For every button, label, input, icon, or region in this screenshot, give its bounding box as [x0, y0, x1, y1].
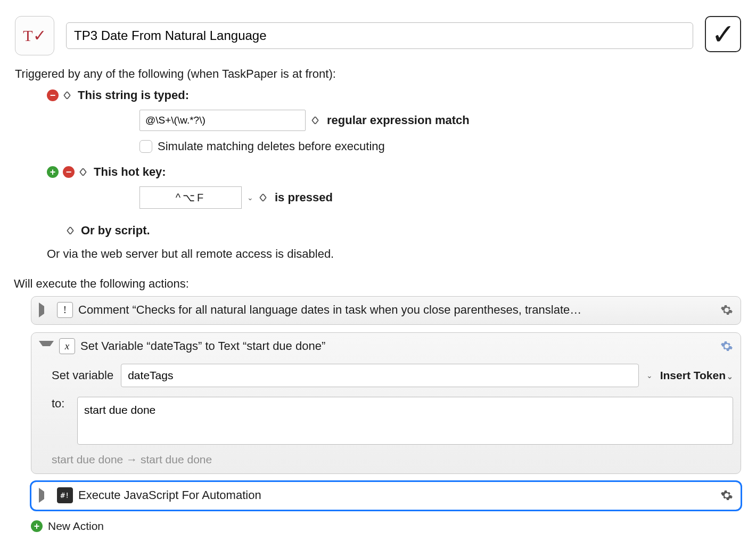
variable-name-input[interactable] — [121, 364, 639, 387]
simulate-deletes-label: Simulate matching deletes before executi… — [158, 140, 385, 153]
disclosure-right-icon[interactable] — [39, 302, 52, 317]
macro-name-input[interactable] — [66, 22, 693, 49]
stepper-icon[interactable] — [66, 227, 75, 234]
remove-trigger-button[interactable]: − — [47, 89, 59, 101]
new-action-label: New Action — [48, 520, 104, 533]
triggers-intro: Triggered by any of the following (when … — [15, 67, 741, 81]
disclosure-right-icon[interactable] — [39, 488, 52, 503]
comment-icon: ! — [57, 302, 73, 318]
app-icon[interactable]: T✓ — [15, 16, 54, 55]
simulate-deletes-checkbox[interactable] — [139, 140, 152, 153]
variable-icon: x — [59, 338, 75, 354]
action-title: Comment “Checks for all natural language… — [78, 303, 715, 317]
is-pressed-label[interactable]: is pressed — [275, 191, 333, 205]
stepper-icon[interactable] — [63, 92, 71, 99]
or-by-script-label[interactable]: Or by script. — [81, 224, 150, 238]
variable-preview: start due done → start due done — [52, 453, 733, 466]
action-comment[interactable]: ! Comment “Checks for all natural langua… — [31, 296, 741, 325]
trigger-hotkey-label[interactable]: This hot key: — [94, 165, 166, 179]
set-variable-label: Set variable — [52, 369, 113, 382]
regex-match-label[interactable]: regular expression match — [327, 113, 470, 127]
check-icon: ✓ — [711, 20, 735, 48]
to-label: to: — [52, 397, 68, 411]
svg-point-0 — [726, 494, 728, 497]
action-title: Execute JavaScript For Automation — [78, 488, 715, 502]
plus-icon: + — [31, 520, 43, 532]
app-icon-glyph: T✓ — [23, 28, 46, 44]
script-icon: #! — [57, 487, 73, 503]
gear-icon[interactable] — [720, 304, 733, 316]
action-title: Set Variable “dateTags” to Text “start d… — [80, 339, 715, 353]
web-server-label: Or via the web server but all remote acc… — [47, 247, 741, 261]
stepper-icon[interactable] — [79, 168, 87, 176]
new-action-button[interactable]: + New Action — [31, 520, 741, 533]
add-trigger-button[interactable]: + — [47, 166, 59, 178]
chevron-down-icon[interactable]: ⌄ — [646, 371, 653, 380]
variable-value-input[interactable] — [77, 397, 733, 445]
stepper-icon[interactable] — [259, 194, 267, 201]
remove-trigger-button[interactable]: − — [63, 166, 75, 178]
chevron-down-icon[interactable]: ⌄ — [247, 193, 253, 202]
regex-input[interactable] — [139, 110, 306, 131]
enabled-toggle[interactable]: ✓ — [705, 16, 741, 52]
stepper-icon[interactable] — [311, 117, 319, 124]
hotkey-field[interactable]: ^⌥F — [139, 186, 242, 209]
insert-token-button[interactable]: Insert Token⌄ — [660, 369, 733, 382]
gear-timeout-icon[interactable] — [720, 489, 733, 502]
action-execute-jxa[interactable]: #! Execute JavaScript For Automation — [31, 481, 741, 510]
disclosure-down-icon[interactable] — [39, 341, 54, 354]
gear-icon[interactable] — [720, 340, 733, 353]
trigger-string-typed-label[interactable]: This string is typed: — [78, 88, 189, 102]
actions-intro: Will execute the following actions: — [14, 277, 741, 291]
action-set-variable[interactable]: x Set Variable “dateTags” to Text “start… — [31, 332, 741, 474]
